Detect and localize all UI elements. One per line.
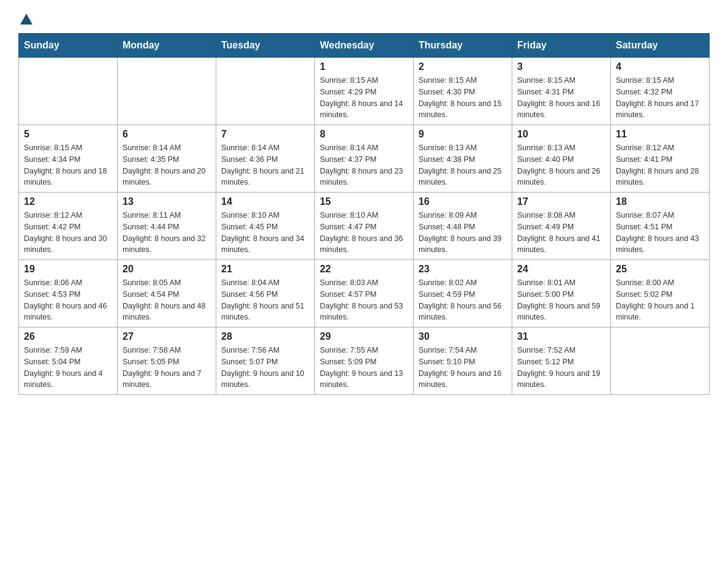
calendar-week-row: 26Sunrise: 7:59 AMSunset: 5:04 PMDayligh… [19, 327, 710, 395]
day-info: Sunrise: 7:52 AMSunset: 5:12 PMDaylight:… [517, 345, 605, 391]
day-info: Sunrise: 8:07 AMSunset: 4:51 PMDaylight:… [616, 210, 704, 256]
col-header-tuesday: Tuesday [216, 34, 315, 58]
day-info: Sunrise: 8:11 AMSunset: 4:44 PMDaylight:… [123, 210, 211, 256]
day-number: 1 [320, 61, 408, 72]
day-info: Sunrise: 8:15 AMSunset: 4:32 PMDaylight:… [616, 75, 704, 121]
calendar-table: SundayMondayTuesdayWednesdayThursdayFrid… [18, 33, 710, 395]
calendar-day-cell: 5Sunrise: 8:15 AMSunset: 4:34 PMDaylight… [19, 125, 118, 193]
logo [18, 12, 32, 27]
day-info: Sunrise: 8:09 AMSunset: 4:48 PMDaylight:… [419, 210, 507, 256]
calendar-week-row: 12Sunrise: 8:12 AMSunset: 4:42 PMDayligh… [19, 193, 710, 260]
day-info: Sunrise: 8:05 AMSunset: 4:54 PMDaylight:… [123, 277, 211, 323]
day-info: Sunrise: 8:10 AMSunset: 4:45 PMDaylight:… [221, 210, 309, 256]
day-info: Sunrise: 8:01 AMSunset: 5:00 PMDaylight:… [517, 277, 605, 323]
day-number: 31 [517, 331, 605, 342]
day-info: Sunrise: 8:15 AMSunset: 4:29 PMDaylight:… [320, 75, 408, 121]
day-info: Sunrise: 8:03 AMSunset: 4:57 PMDaylight:… [320, 277, 408, 323]
day-info: Sunrise: 8:12 AMSunset: 4:42 PMDaylight:… [24, 210, 112, 256]
col-header-friday: Friday [512, 34, 611, 58]
calendar-day-cell: 17Sunrise: 8:08 AMSunset: 4:49 PMDayligh… [512, 193, 611, 260]
day-info: Sunrise: 8:15 AMSunset: 4:30 PMDaylight:… [419, 75, 507, 121]
day-number: 26 [24, 331, 112, 342]
day-info: Sunrise: 8:13 AMSunset: 4:40 PMDaylight:… [517, 142, 605, 188]
calendar-day-cell: 29Sunrise: 7:55 AMSunset: 5:09 PMDayligh… [315, 327, 414, 395]
day-info: Sunrise: 8:00 AMSunset: 5:02 PMDaylight:… [616, 277, 704, 323]
page-header [18, 12, 710, 27]
day-number: 30 [419, 331, 507, 342]
col-header-saturday: Saturday [611, 34, 710, 58]
day-info: Sunrise: 7:56 AMSunset: 5:07 PMDaylight:… [221, 345, 309, 391]
day-number: 4 [616, 61, 704, 72]
calendar-day-cell: 8Sunrise: 8:14 AMSunset: 4:37 PMDaylight… [315, 125, 414, 193]
calendar-day-cell: 14Sunrise: 8:10 AMSunset: 4:45 PMDayligh… [216, 193, 315, 260]
day-number: 17 [517, 196, 605, 207]
day-info: Sunrise: 8:02 AMSunset: 4:59 PMDaylight:… [419, 277, 507, 323]
calendar-day-cell: 31Sunrise: 7:52 AMSunset: 5:12 PMDayligh… [512, 327, 611, 395]
day-number: 8 [320, 129, 408, 140]
calendar-week-row: 19Sunrise: 8:06 AMSunset: 4:53 PMDayligh… [19, 260, 710, 327]
day-number: 20 [123, 264, 211, 275]
empty-cell [19, 58, 118, 125]
day-number: 14 [221, 196, 309, 207]
day-info: Sunrise: 8:14 AMSunset: 4:37 PMDaylight:… [320, 142, 408, 188]
calendar-day-cell: 18Sunrise: 8:07 AMSunset: 4:51 PMDayligh… [611, 193, 710, 260]
calendar-day-cell: 13Sunrise: 8:11 AMSunset: 4:44 PMDayligh… [118, 193, 216, 260]
calendar-day-cell: 15Sunrise: 8:10 AMSunset: 4:47 PMDayligh… [315, 193, 414, 260]
day-info: Sunrise: 7:54 AMSunset: 5:10 PMDaylight:… [419, 345, 507, 391]
day-number: 11 [616, 129, 704, 140]
day-info: Sunrise: 7:58 AMSunset: 5:05 PMDaylight:… [123, 345, 211, 391]
day-number: 13 [123, 196, 211, 207]
calendar-day-cell: 6Sunrise: 8:14 AMSunset: 4:35 PMDaylight… [118, 125, 216, 193]
day-number: 24 [517, 264, 605, 275]
calendar-day-cell: 3Sunrise: 8:15 AMSunset: 4:31 PMDaylight… [512, 58, 611, 125]
calendar-day-cell: 27Sunrise: 7:58 AMSunset: 5:05 PMDayligh… [118, 327, 216, 395]
calendar-day-cell: 4Sunrise: 8:15 AMSunset: 4:32 PMDaylight… [611, 58, 710, 125]
col-header-monday: Monday [118, 34, 216, 58]
calendar-day-cell: 21Sunrise: 8:04 AMSunset: 4:56 PMDayligh… [216, 260, 315, 327]
calendar-day-cell: 28Sunrise: 7:56 AMSunset: 5:07 PMDayligh… [216, 327, 315, 395]
day-info: Sunrise: 8:14 AMSunset: 4:36 PMDaylight:… [221, 142, 309, 188]
day-info: Sunrise: 8:06 AMSunset: 4:53 PMDaylight:… [24, 277, 112, 323]
day-info: Sunrise: 7:59 AMSunset: 5:04 PMDaylight:… [24, 345, 112, 391]
day-number: 15 [320, 196, 408, 207]
calendar-week-row: 5Sunrise: 8:15 AMSunset: 4:34 PMDaylight… [19, 125, 710, 193]
calendar-day-cell: 12Sunrise: 8:12 AMSunset: 4:42 PMDayligh… [19, 193, 118, 260]
day-number: 18 [616, 196, 704, 207]
empty-cell [611, 327, 710, 395]
calendar-day-cell: 7Sunrise: 8:14 AMSunset: 4:36 PMDaylight… [216, 125, 315, 193]
day-number: 29 [320, 331, 408, 342]
calendar-week-row: 1Sunrise: 8:15 AMSunset: 4:29 PMDaylight… [19, 58, 710, 125]
calendar-day-cell: 11Sunrise: 8:12 AMSunset: 4:41 PMDayligh… [611, 125, 710, 193]
col-header-wednesday: Wednesday [315, 34, 414, 58]
calendar-day-cell: 25Sunrise: 8:00 AMSunset: 5:02 PMDayligh… [611, 260, 710, 327]
day-number: 21 [221, 264, 309, 275]
logo-combined [18, 12, 32, 27]
calendar-header-row: SundayMondayTuesdayWednesdayThursdayFrid… [19, 34, 710, 58]
col-header-sunday: Sunday [19, 34, 118, 58]
day-info: Sunrise: 8:15 AMSunset: 4:31 PMDaylight:… [517, 75, 605, 121]
day-info: Sunrise: 8:12 AMSunset: 4:41 PMDaylight:… [616, 142, 704, 188]
calendar-day-cell: 2Sunrise: 8:15 AMSunset: 4:30 PMDaylight… [414, 58, 512, 125]
day-number: 19 [24, 264, 112, 275]
day-number: 12 [24, 196, 112, 207]
day-number: 7 [221, 129, 309, 140]
empty-cell [216, 58, 315, 125]
day-info: Sunrise: 8:10 AMSunset: 4:47 PMDaylight:… [320, 210, 408, 256]
day-number: 2 [419, 61, 507, 72]
day-info: Sunrise: 8:08 AMSunset: 4:49 PMDaylight:… [517, 210, 605, 256]
day-number: 16 [419, 196, 507, 207]
day-number: 22 [320, 264, 408, 275]
empty-cell [118, 58, 216, 125]
calendar-day-cell: 26Sunrise: 7:59 AMSunset: 5:04 PMDayligh… [19, 327, 118, 395]
col-header-thursday: Thursday [414, 34, 512, 58]
svg-marker-0 [20, 13, 32, 25]
calendar-day-cell: 16Sunrise: 8:09 AMSunset: 4:48 PMDayligh… [414, 193, 512, 260]
day-info: Sunrise: 8:04 AMSunset: 4:56 PMDaylight:… [221, 277, 309, 323]
day-number: 3 [517, 61, 605, 72]
day-info: Sunrise: 7:55 AMSunset: 5:09 PMDaylight:… [320, 345, 408, 391]
calendar-day-cell: 20Sunrise: 8:05 AMSunset: 4:54 PMDayligh… [118, 260, 216, 327]
day-number: 25 [616, 264, 704, 275]
day-number: 10 [517, 129, 605, 140]
day-info: Sunrise: 8:13 AMSunset: 4:38 PMDaylight:… [419, 142, 507, 188]
calendar-day-cell: 19Sunrise: 8:06 AMSunset: 4:53 PMDayligh… [19, 260, 118, 327]
